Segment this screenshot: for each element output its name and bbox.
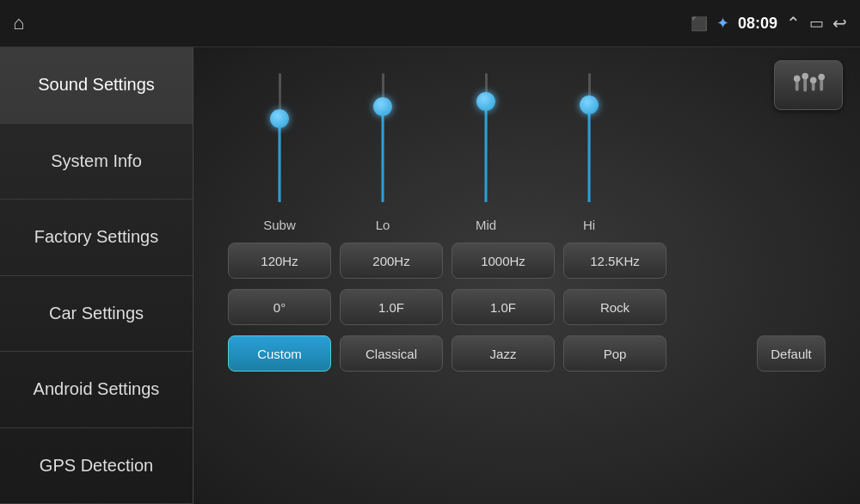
preset-jazz-button[interactable]: Jazz [452, 335, 555, 372]
back-icon[interactable]: ↩ [832, 13, 847, 34]
clock: 08:09 [738, 15, 777, 33]
phase-0-button[interactable]: 0° [228, 289, 331, 325]
phase-1f-1-button[interactable]: 1.0F [340, 289, 443, 325]
slider-thumb-mid[interactable] [476, 92, 495, 111]
slider-thumb-subw[interactable] [270, 109, 289, 128]
bluetooth-icon: ✦ [716, 14, 729, 33]
slider-rail-lo [382, 73, 384, 202]
slider-track-lo[interactable] [382, 73, 384, 211]
slider-thumb-hi[interactable] [580, 95, 599, 114]
freq-buttons-row: 120Hz 200Hz 1000Hz 12.5KHz [211, 243, 843, 279]
eq-slider-hi: Hi [538, 73, 641, 232]
sidebar-item-sound-settings[interactable]: Sound Settings [0, 47, 193, 124]
sidebar-item-car-settings[interactable]: Car Settings [0, 276, 193, 353]
eq-label-hi: Hi [583, 218, 595, 232]
main-layout: Sound Settings System Info Factory Setti… [0, 47, 860, 504]
slider-fill-subw [279, 118, 281, 202]
eq-label-lo: Lo [376, 218, 390, 232]
sound-eq-button[interactable] [774, 60, 843, 110]
preset-classical-button[interactable]: Classical [340, 335, 443, 372]
svg-point-5 [810, 77, 817, 84]
slider-fill-hi [588, 104, 591, 202]
slider-thumb-lo[interactable] [373, 97, 392, 116]
sidebar-item-android-settings[interactable]: Android Settings [0, 352, 193, 428]
freq-1000-button[interactable]: 1000Hz [452, 243, 555, 279]
svg-point-3 [802, 73, 808, 80]
status-bar: ⌂ ⬛ ✦ 08:09 ⌃ ▭ ↩ [0, 0, 860, 47]
nav-up-icon[interactable]: ⌃ [786, 13, 801, 34]
slider-track-subw[interactable] [279, 73, 281, 211]
sound-eq-icon [792, 69, 825, 101]
freq-200-button[interactable]: 200Hz [340, 243, 443, 279]
sidebar-item-factory-settings[interactable]: Factory Settings [0, 200, 193, 276]
eq-label-subw: Subw [263, 218, 296, 232]
freq-120-button[interactable]: 120Hz [228, 243, 331, 279]
slider-rail-hi [588, 73, 591, 202]
slider-rail-mid [485, 73, 488, 202]
svg-point-1 [794, 76, 801, 83]
mode-rock-button[interactable]: Rock [563, 289, 666, 325]
phase-1f-2-button[interactable]: 1.0F [452, 289, 555, 325]
svg-point-7 [818, 74, 825, 81]
recent-apps-icon[interactable]: ▭ [809, 14, 824, 33]
phase-buttons-row: 0° 1.0F 1.0F Rock [211, 289, 843, 325]
freq-12500-button[interactable]: 12.5KHz [563, 243, 666, 279]
slider-fill-mid [485, 101, 488, 202]
default-button[interactable]: Default [757, 335, 826, 372]
eq-label-mid: Mid [476, 218, 496, 232]
sidebar-item-gps-detection[interactable]: GPS Detection [0, 428, 193, 505]
cast-icon: ⬛ [691, 15, 708, 32]
status-left-icons: ⌂ [13, 12, 24, 34]
slider-track-hi[interactable] [588, 73, 591, 211]
eq-slider-mid: Mid [434, 73, 538, 232]
preset-pop-button[interactable]: Pop [563, 335, 666, 372]
slider-rail-subw [279, 73, 281, 202]
sidebar-item-system-info[interactable]: System Info [0, 124, 193, 200]
sidebar: Sound Settings System Info Factory Setti… [0, 47, 194, 504]
eq-sliders-section: Subw Lo Mi [211, 60, 843, 232]
content-area: Subw Lo Mi [194, 47, 860, 504]
eq-slider-lo: Lo [331, 73, 434, 232]
preset-custom-button[interactable]: Custom [228, 335, 331, 372]
home-icon[interactable]: ⌂ [13, 12, 24, 34]
preset-row: Custom Classical Jazz Pop Default [211, 335, 843, 372]
slider-track-mid[interactable] [485, 73, 488, 211]
eq-slider-subw: Subw [228, 73, 331, 232]
status-right-area: ⬛ ✦ 08:09 ⌃ ▭ ↩ [691, 13, 847, 34]
slider-fill-lo [382, 106, 384, 202]
